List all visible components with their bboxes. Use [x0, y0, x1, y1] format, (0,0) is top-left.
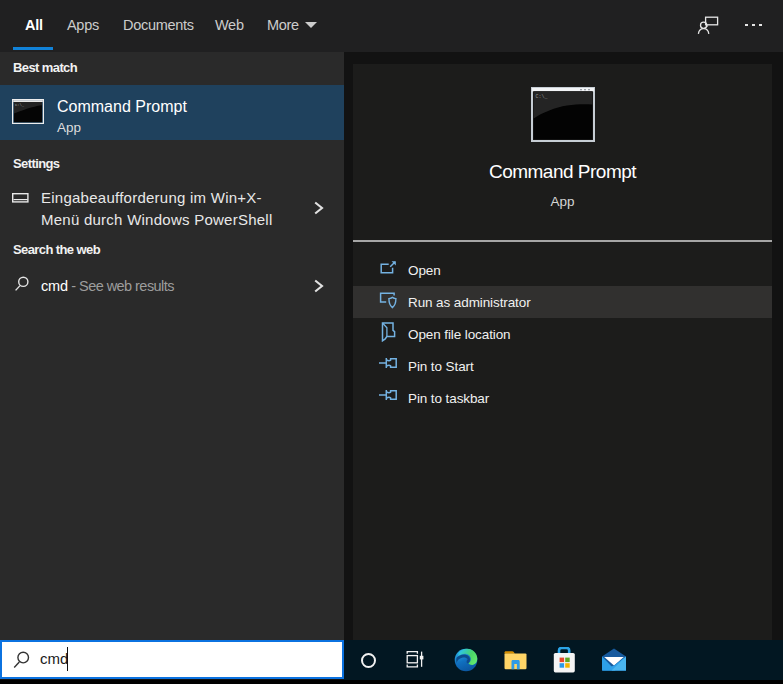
svg-text:C:\_: C:\_ — [536, 94, 549, 100]
svg-text:C:\_: C:\_ — [15, 103, 25, 107]
